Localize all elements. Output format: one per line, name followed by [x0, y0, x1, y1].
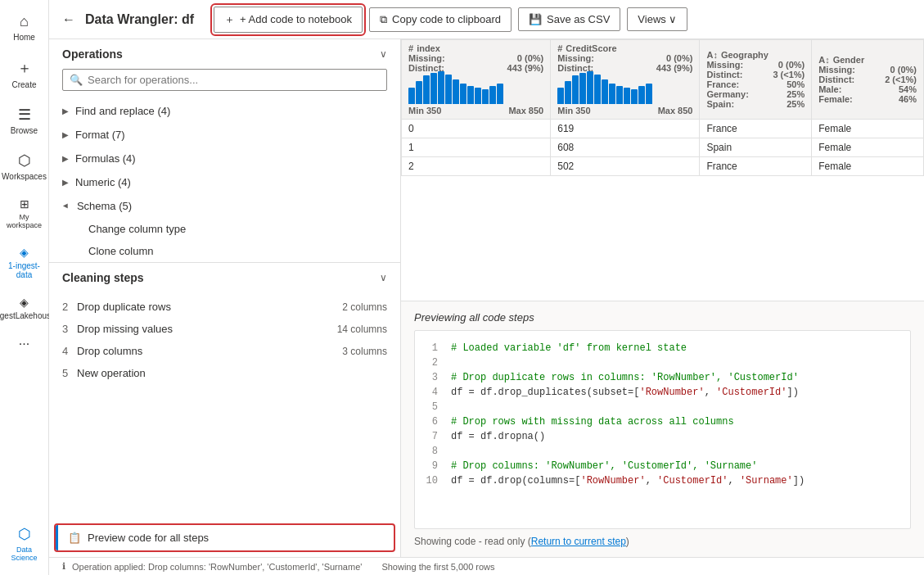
sidebar-item-browse[interactable]: ☰ Browse — [2, 99, 47, 142]
geography-col-label: Geography — [721, 50, 768, 60]
cell-gender-1: Female — [812, 138, 924, 157]
line-content-7: df = df.dropna() — [451, 429, 545, 444]
more-icon: ··· — [19, 337, 29, 351]
search-input[interactable] — [88, 74, 380, 86]
sidebar-label-home: Home — [13, 33, 35, 42]
back-button[interactable]: ← — [62, 12, 75, 27]
ops-item-numeric[interactable]: ▶ Numeric (4) — [49, 170, 400, 194]
line-content-4: df = df.drop_duplicates(subset=['RowNumb… — [451, 385, 799, 400]
step-tag-2col: 2 columns — [342, 301, 387, 313]
preview-code-button[interactable]: 📋 Preview code for all steps — [56, 525, 394, 550]
home-icon: ⌂ — [20, 13, 29, 30]
step-num-4: 4 — [62, 345, 72, 357]
cell-geography-0: France — [700, 120, 812, 138]
col-header-index: #index Missing:0 (0%) Distinct:443 (9%) — [402, 40, 551, 120]
cleaning-header[interactable]: Cleaning steps ∨ — [49, 263, 400, 292]
sidebar-item-data-science[interactable]: ⬡ Data Science — [2, 518, 47, 568]
step-desc-new-op: New operation — [77, 367, 387, 379]
line-content-1: # Loaded variable 'df' from kernel state — [451, 341, 687, 355]
gender-col-label: Gender — [833, 55, 865, 65]
table-scroll[interactable]: #index Missing:0 (0%) Distinct:443 (9%) — [401, 39, 924, 301]
cleaning-title: Cleaning steps — [62, 271, 144, 284]
create-icon: ＋ — [17, 58, 32, 78]
left-panel: Operations ∨ 🔍 ▶ Find and replace (4) ▶ … — [49, 39, 401, 557]
operations-chevron: ∨ — [380, 48, 387, 60]
sidebar-item-create[interactable]: ＋ Create — [2, 52, 47, 96]
preview-code-icon: 📋 — [68, 532, 81, 544]
copy-code-button[interactable]: ⧉ Copy code to clipboard — [369, 7, 512, 32]
sidebar-item-ingest-data[interactable]: ◈ 1-ingest-data — [2, 239, 47, 286]
status-bar: ℹ Operation applied: Drop columns: 'RowN… — [49, 557, 924, 575]
save-csv-label: Save as CSV — [547, 13, 610, 25]
info-icon: ℹ — [62, 561, 65, 572]
ops-sub-clone-column[interactable]: Clone column — [49, 240, 400, 262]
sidebar-item-ingestlakehouse[interactable]: ◈ IngestLakehouse — [2, 289, 47, 327]
cleaning-section: Cleaning steps ∨ 2 Drop duplicate rows 2… — [49, 263, 400, 557]
col-header-geography: A↕Geography Missing:0 (0%) Distinct:3 (<… — [700, 40, 812, 120]
sidebar-item-workspaces[interactable]: ⬡ Workspaces — [2, 145, 47, 188]
gender-type-icon: A↕ — [818, 55, 829, 65]
code-line-8: 8 — [425, 444, 900, 459]
save-csv-button[interactable]: 💾 Save as CSV — [518, 7, 620, 31]
page-title: Data Wrangler: df — [85, 12, 194, 27]
copy-code-label: Copy code to clipboard — [392, 13, 501, 25]
code-line-1: 1 # Loaded variable 'df' from kernel sta… — [425, 341, 900, 355]
browse-icon: ☰ — [18, 106, 31, 124]
code-area: Previewing all code steps 1 # Loaded var… — [401, 301, 924, 557]
sidebar-label-ingest-data: 1-ingest-data — [7, 261, 43, 279]
sidebar-label-workspaces: Workspaces — [2, 172, 47, 181]
sidebar-item-home[interactable]: ⌂ Home — [2, 7, 47, 48]
line-num-5: 5 — [425, 400, 438, 414]
code-line-5: 5 — [425, 400, 900, 414]
main-content: ← Data Wrangler: df ＋ + Add code to note… — [49, 0, 924, 575]
formulas-chevron: ▶ — [62, 154, 69, 163]
code-area-title: Previewing all code steps — [414, 311, 911, 324]
cleaning-item-drop-missing: 3 Drop missing values 14 columns — [49, 318, 400, 340]
line-num-3: 3 — [425, 370, 438, 385]
sidebar-item-more[interactable]: ··· — [2, 330, 47, 358]
code-line-4: 4 df = df.drop_duplicates(subset=['RowNu… — [425, 385, 900, 400]
gender-dist: Male:54% Female:46% — [818, 84, 917, 104]
status-text: Operation applied: Drop columns: 'RowNum… — [72, 562, 362, 572]
line-num-4: 4 — [425, 385, 438, 400]
cell-index-1: 1 — [402, 138, 551, 157]
line-num-1: 1 — [425, 341, 438, 355]
return-to-current-step-link[interactable]: Return to current step — [531, 536, 626, 547]
views-label: Views ∨ — [638, 13, 677, 25]
code-footer: Showing code - read only (Return to curr… — [414, 529, 911, 547]
index-bar-chart — [408, 73, 543, 106]
ops-item-find-replace[interactable]: ▶ Find and replace (4) — [49, 99, 400, 123]
cleaning-list: 2 Drop duplicate rows 2 columns 3 Drop m… — [49, 292, 400, 522]
ops-sub-change-col-type[interactable]: Change column type — [49, 218, 400, 240]
ingestlakehouse-icon: ◈ — [20, 296, 29, 309]
sidebar-label-my-workspace: My workspace — [7, 213, 43, 229]
table-row: 0 619 France Female — [402, 120, 924, 138]
code-line-6: 6 # Drop rows with missing data across a… — [425, 414, 900, 429]
code-line-10: 10 df = df.drop(columns=['RowNumber', 'C… — [425, 473, 900, 488]
right-panel: #index Missing:0 (0%) Distinct:443 (9%) — [401, 39, 924, 557]
workspaces-icon: ⬡ — [18, 152, 31, 170]
ops-item-formulas[interactable]: ▶ Formulas (4) — [49, 147, 400, 170]
sidebar: ⌂ Home ＋ Create ☰ Browse ⬡ Workspaces ⊞ … — [0, 0, 49, 575]
ops-item-format[interactable]: ▶ Format (7) — [49, 123, 400, 147]
credit-score-type-icon: # — [557, 43, 562, 53]
change-col-type-label: Change column type — [88, 223, 186, 235]
cell-gender-0: Female — [812, 120, 924, 138]
step-num-2: 2 — [62, 301, 72, 313]
data-table: #index Missing:0 (0%) Distinct:443 (9%) — [401, 39, 924, 176]
ingest-data-icon: ◈ — [20, 246, 29, 259]
line-content-9: # Drop columns: 'RowNumber', 'CustomerId… — [451, 459, 757, 473]
cell-geography-2: France — [700, 157, 812, 176]
cell-gender-2: Female — [812, 157, 924, 176]
operations-header[interactable]: Operations ∨ — [49, 39, 400, 69]
ops-item-schema[interactable]: ▼ Schema (5) — [49, 194, 400, 218]
schema-chevron: ▼ — [61, 202, 70, 211]
line-num-6: 6 — [425, 414, 438, 429]
sidebar-item-my-workspace[interactable]: ⊞ My workspace — [2, 191, 47, 236]
views-button[interactable]: Views ∨ — [627, 7, 687, 31]
code-block[interactable]: 1 # Loaded variable 'df' from kernel sta… — [414, 330, 911, 529]
line-num-9: 9 — [425, 459, 438, 473]
step-num-5: 5 — [62, 367, 72, 379]
line-content-10: df = df.drop(columns=['RowNumber', 'Cust… — [451, 473, 805, 488]
add-code-button[interactable]: ＋ + Add code to notebook — [214, 7, 363, 33]
